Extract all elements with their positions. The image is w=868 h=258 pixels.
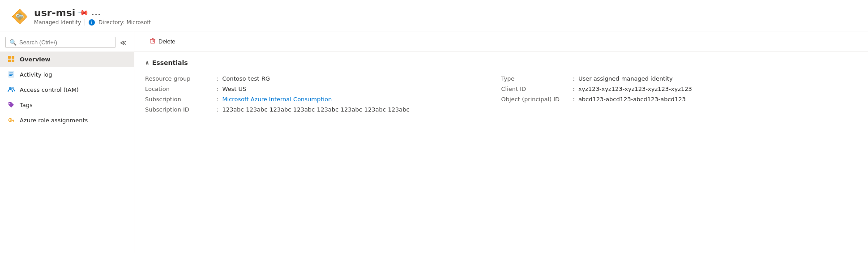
sidebar-item-label-azure-role: Azure role assignments xyxy=(20,117,88,124)
subscription-id-value: 123abc-123abc-123abc-123abc-123abc-123ab… xyxy=(222,106,409,113)
delete-button[interactable]: Delete xyxy=(145,35,180,48)
sidebar-item-label-overview: Overview xyxy=(20,56,51,63)
resource-name: usr-msi xyxy=(34,7,75,18)
svg-rect-25 xyxy=(152,40,152,42)
toolbar: Delete xyxy=(134,31,868,52)
delete-label: Delete xyxy=(158,38,175,45)
svg-point-16 xyxy=(9,87,12,90)
role-icon xyxy=(7,116,15,124)
essentials-row-subscription: Subscription : Microsoft Azure Internal … xyxy=(145,94,501,104)
resource-subtitle: Managed Identity i Directory: Microsoft xyxy=(34,19,151,26)
tags-icon xyxy=(7,101,15,109)
essentials-header[interactable]: ∧ Essentials xyxy=(145,59,857,66)
activity-log-icon xyxy=(7,70,15,78)
svg-rect-9 xyxy=(12,56,14,59)
type-sep: : xyxy=(573,75,575,82)
main-layout: 🔍 ≪ Overview xyxy=(0,31,868,254)
essentials-grid: Resource group : Contoso-test-RG Locatio… xyxy=(145,73,857,115)
subscription-label: Subscription xyxy=(145,96,217,103)
essentials-row-object-id: Object (principal) ID : abcd123-abcd123-… xyxy=(501,94,858,104)
main-content: Delete ∧ Essentials Resource group : Con… xyxy=(134,31,868,254)
essentials-row-client-id: Client ID : xyz123-xyz123-xyz123-xyz123-… xyxy=(501,84,858,94)
object-id-label: Object (principal) ID xyxy=(501,96,573,103)
sub-sep: : xyxy=(217,96,218,103)
essentials-row-subscription-id: Subscription ID : 123abc-123abc-123abc-1… xyxy=(145,104,501,115)
svg-point-18 xyxy=(9,103,10,104)
svg-point-20 xyxy=(10,120,11,121)
object-id-value: abcd123-abcd123-abcd123-abcd123 xyxy=(578,96,686,103)
overview-icon xyxy=(7,55,15,63)
resource-group-label: Resource group xyxy=(145,75,217,82)
delete-icon xyxy=(150,38,156,45)
sidebar-item-azure-role[interactable]: Azure role assignments xyxy=(0,112,134,128)
sidebar-item-tags[interactable]: Tags xyxy=(0,97,134,112)
subid-sep: : xyxy=(217,106,218,113)
loc-sep: : xyxy=(217,86,218,92)
oid-sep: : xyxy=(573,96,575,103)
type-value: User assigned managed identity xyxy=(578,75,673,82)
pin-icon[interactable]: 📌 xyxy=(77,7,90,19)
iam-icon xyxy=(7,86,15,94)
cid-sep: : xyxy=(573,86,575,92)
svg-rect-24 xyxy=(152,38,154,39)
location-label: Location xyxy=(145,86,217,92)
client-id-value: xyz123-xyz123-xyz123-xyz123-xyz123 xyxy=(578,86,692,92)
page-header: usr-msi 📌 ... Managed Identity i Directo… xyxy=(0,0,868,31)
svg-rect-11 xyxy=(12,60,14,62)
essentials-chevron-icon: ∧ xyxy=(145,60,150,66)
collapse-sidebar-button[interactable]: ≪ xyxy=(118,37,128,48)
rg-sep: : xyxy=(217,75,218,82)
type-label: Type xyxy=(501,75,573,82)
essentials-title: Essentials xyxy=(152,59,188,66)
directory-label: Directory: Microsoft xyxy=(98,19,151,26)
client-id-label: Client ID xyxy=(501,86,573,92)
resource-type-label: Managed Identity xyxy=(34,19,81,26)
svg-point-17 xyxy=(12,87,14,90)
svg-rect-21 xyxy=(12,120,14,121)
svg-rect-15 xyxy=(9,75,12,76)
search-box[interactable]: 🔍 xyxy=(5,37,115,48)
essentials-right-column: Type : User assigned managed identity Cl… xyxy=(501,73,858,115)
svg-rect-26 xyxy=(153,40,154,42)
search-input[interactable] xyxy=(19,39,111,46)
subtitle-divider xyxy=(85,19,85,26)
subscription-id-label: Subscription ID xyxy=(145,106,217,113)
resource-title: usr-msi 📌 ... xyxy=(34,7,151,18)
sidebar: 🔍 ≪ Overview xyxy=(0,31,134,254)
essentials-left-column: Resource group : Contoso-test-RG Locatio… xyxy=(145,73,501,115)
info-icon[interactable]: i xyxy=(89,19,95,26)
sidebar-item-activity-log[interactable]: Activity log xyxy=(0,67,134,82)
resource-group-value: Contoso-test-RG xyxy=(222,75,270,82)
essentials-row-resource-group: Resource group : Contoso-test-RG xyxy=(145,73,501,84)
essentials-row-type: Type : User assigned managed identity xyxy=(501,73,858,84)
svg-rect-14 xyxy=(9,74,13,75)
sidebar-item-label-tags: Tags xyxy=(20,102,33,108)
sidebar-item-access-control[interactable]: Access control (IAM) xyxy=(0,82,134,97)
svg-rect-22 xyxy=(13,121,14,122)
search-container: 🔍 ≪ xyxy=(0,35,134,52)
header-text-group: usr-msi 📌 ... Managed Identity i Directo… xyxy=(34,7,151,26)
sidebar-item-label-activity-log: Activity log xyxy=(20,71,52,78)
svg-rect-8 xyxy=(8,56,11,59)
essentials-row-location: Location : West US xyxy=(145,84,501,94)
more-options-icon[interactable]: ... xyxy=(91,9,101,17)
sidebar-item-overview[interactable]: Overview xyxy=(0,52,134,67)
location-value: West US xyxy=(222,86,246,92)
resource-icon xyxy=(11,8,29,26)
svg-rect-13 xyxy=(9,73,13,73)
subscription-value[interactable]: Microsoft Azure Internal Consumption xyxy=(222,96,332,103)
svg-rect-10 xyxy=(8,60,11,62)
essentials-section: ∧ Essentials Resource group : Contoso-te… xyxy=(134,52,868,122)
sidebar-item-label-access-control: Access control (IAM) xyxy=(20,86,79,93)
svg-rect-23 xyxy=(150,39,155,40)
search-icon: 🔍 xyxy=(9,39,17,46)
